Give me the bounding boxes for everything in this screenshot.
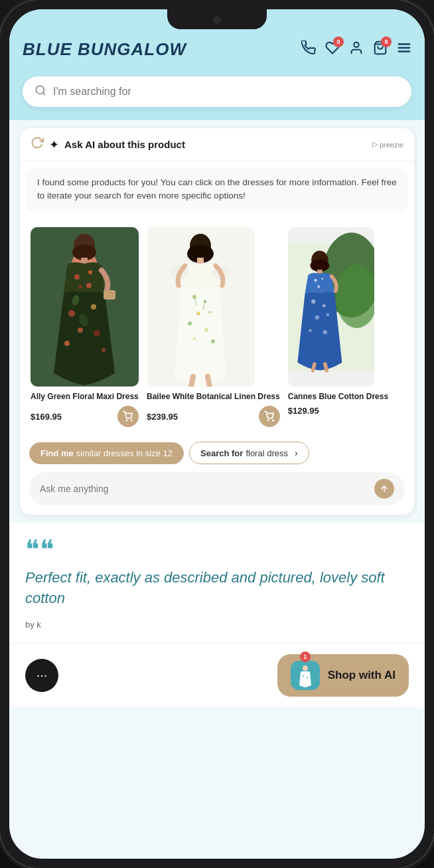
product-price-row-2: $239.95 — [147, 406, 280, 427]
camera-dot — [213, 16, 221, 24]
wishlist-badge: 0 — [333, 37, 344, 47]
suggestion-chip-2[interactable]: Search for floral dress › — [189, 442, 309, 464]
refresh-icon[interactable] — [31, 136, 44, 153]
suggestion-chip-2-rest: floral dress — [246, 448, 288, 458]
search-icon — [35, 84, 46, 99]
svg-line-62 — [325, 364, 326, 371]
cart-icon[interactable]: 8 — [373, 41, 388, 58]
review-author: by k — [25, 620, 409, 630]
svg-point-36 — [188, 321, 192, 325]
shop-ai-avatar — [291, 661, 320, 690]
search-bar-wrapper — [9, 70, 425, 120]
review-section: ❝❝ Perfect fit, exactly as described and… — [9, 523, 425, 643]
svg-point-38 — [193, 337, 196, 340]
svg-point-60 — [323, 330, 326, 334]
product-name-2: Bailee White Botanical Linen Dress — [147, 392, 280, 402]
svg-point-59 — [309, 329, 312, 332]
svg-point-56 — [323, 304, 326, 307]
svg-point-34 — [196, 311, 200, 315]
suggestion-row: Find me similar dresses in size 12 Searc… — [20, 436, 414, 472]
product-price-row-1: $169.95 — [31, 406, 139, 427]
ask-input-row — [20, 472, 414, 515]
chat-bubble-button[interactable]: ··· — [25, 659, 58, 692]
account-icon[interactable] — [349, 41, 364, 58]
notch — [167, 9, 267, 29]
chevron-right-icon: › — [295, 448, 298, 458]
svg-point-54 — [317, 285, 321, 288]
product-card-2[interactable]: Bailee White Botanical Linen Dress $239.… — [143, 223, 284, 432]
header-icons: 0 8 — [301, 41, 411, 58]
svg-point-11 — [74, 274, 80, 280]
svg-point-55 — [311, 299, 315, 303]
svg-point-25 — [131, 420, 132, 420]
svg-line-42 — [191, 377, 193, 387]
svg-point-58 — [326, 313, 329, 316]
ai-message: I found some products for you! You can c… — [27, 168, 407, 211]
suggestion-chip-1-rest: similar dresses in size 12 — [76, 448, 173, 458]
add-to-cart-2[interactable] — [259, 406, 280, 427]
menu-icon[interactable] — [397, 41, 411, 58]
svg-line-61 — [313, 364, 314, 371]
product-image-1 — [31, 227, 139, 387]
svg-point-57 — [315, 315, 319, 319]
bottom-bar: ··· 1 Shop — [9, 643, 425, 707]
svg-point-53 — [321, 278, 323, 280]
product-image-2 — [147, 227, 255, 387]
svg-point-15 — [68, 310, 75, 317]
phone-icon[interactable] — [301, 41, 316, 58]
preezie-badge: ▷ preezie — [372, 140, 403, 149]
svg-point-67 — [306, 676, 308, 678]
svg-point-52 — [314, 278, 317, 282]
svg-point-19 — [64, 341, 70, 346]
svg-point-0 — [354, 43, 358, 47]
ai-header-left: ✦ Ask AI about this product — [31, 136, 185, 153]
suggestion-chip-1[interactable]: Find me similar dresses in size 12 — [29, 442, 184, 464]
svg-point-44 — [267, 420, 268, 420]
product-price-row-3: $129.95 — [288, 406, 388, 416]
search-bar[interactable] — [23, 76, 411, 107]
quote-mark: ❝❝ — [25, 536, 409, 563]
svg-rect-21 — [104, 290, 115, 300]
svg-point-12 — [88, 270, 92, 274]
add-to-cart-1[interactable] — [117, 406, 139, 427]
suggestion-chip-2-bold: Search for — [200, 448, 243, 458]
svg-point-18 — [94, 330, 100, 337]
svg-point-39 — [211, 339, 215, 343]
ask-input[interactable] — [40, 483, 369, 494]
product-card-3[interactable]: Cannes Blue Cotton Dress $129.95 — [284, 223, 392, 432]
product-card-1[interactable]: Ally Green Floral Maxi Dress $169.95 — [27, 223, 143, 432]
svg-point-66 — [302, 675, 304, 677]
search-input[interactable] — [53, 86, 399, 98]
ask-input-wrapper — [29, 472, 405, 505]
product-name-3: Cannes Blue Cotton Dress — [288, 392, 388, 402]
app-logo: BLUE BUNGALOW — [23, 39, 186, 60]
svg-point-16 — [91, 304, 96, 309]
svg-point-45 — [272, 420, 273, 420]
screen-content: BLUE BUNGALOW 0 — [9, 9, 425, 859]
products-row: Ally Green Floral Maxi Dress $169.95 — [20, 218, 414, 437]
svg-point-65 — [303, 665, 308, 671]
product-name-1: Ally Green Floral Maxi Dress — [31, 392, 139, 402]
product-image-3 — [288, 227, 374, 387]
wishlist-icon[interactable]: 0 — [325, 41, 340, 58]
shop-ai-badge: 1 — [300, 651, 311, 662]
product-price-3: $129.95 — [288, 406, 319, 416]
svg-point-20 — [102, 348, 106, 352]
svg-point-35 — [208, 311, 211, 313]
chat-dots-icon: ··· — [36, 667, 48, 683]
phone-screen: BLUE BUNGALOW 0 — [9, 9, 425, 859]
svg-point-14 — [86, 283, 92, 288]
send-button[interactable] — [374, 479, 394, 499]
svg-point-24 — [126, 420, 127, 420]
shop-ai-button[interactable]: 1 Shop with AI — [277, 654, 409, 697]
suggestion-chip-1-bold: Find me — [40, 448, 74, 458]
svg-point-37 — [204, 328, 208, 332]
ai-section: ✦ Ask AI about this product ▷ preezie I … — [20, 128, 414, 515]
review-text: Perfect fit, exactly as described and pi… — [25, 568, 409, 609]
svg-point-13 — [78, 285, 82, 289]
product-price-1: $169.95 — [31, 412, 62, 422]
svg-point-17 — [78, 327, 83, 333]
sparkle-icon: ✦ — [49, 137, 59, 152]
svg-line-43 — [208, 377, 210, 387]
ai-header: ✦ Ask AI about this product ▷ preezie — [20, 128, 414, 161]
